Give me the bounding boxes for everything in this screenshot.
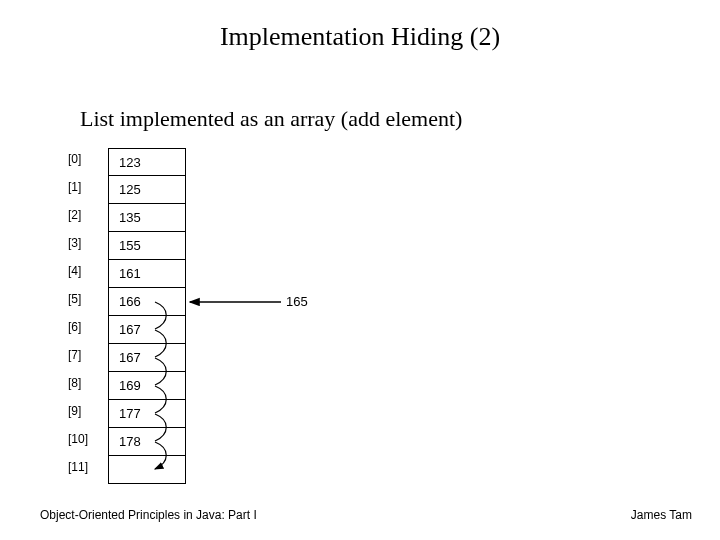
array-cell: 123 xyxy=(108,148,186,176)
array-cell: 178 xyxy=(108,428,186,456)
array-index: [11] xyxy=(68,460,102,474)
array-value: 169 xyxy=(119,378,141,393)
array-index: [7] xyxy=(68,348,102,362)
array-value: 166 xyxy=(119,294,141,309)
array-cell: 177 xyxy=(108,400,186,428)
array-value: 161 xyxy=(119,266,141,281)
array-cell: 167 xyxy=(108,344,186,372)
array-index: [2] xyxy=(68,208,102,222)
array-index: [6] xyxy=(68,320,102,334)
array-index: [1] xyxy=(68,180,102,194)
array-cell: 169 xyxy=(108,372,186,400)
array-cell: 135 xyxy=(108,204,186,232)
array-value: 167 xyxy=(119,350,141,365)
array-value: 155 xyxy=(119,238,141,253)
array-value: 167 xyxy=(119,322,141,337)
array-value: 177 xyxy=(119,406,141,421)
array-value: 135 xyxy=(119,210,141,225)
array-index: [0] xyxy=(68,152,102,166)
array-index: [3] xyxy=(68,236,102,250)
slide-title: Implementation Hiding (2) xyxy=(0,22,720,52)
array-index: [5] xyxy=(68,292,102,306)
array-index: [8] xyxy=(68,376,102,390)
array-value: 178 xyxy=(119,434,141,449)
array-cell: 166 xyxy=(108,288,186,316)
array-index: [4] xyxy=(68,264,102,278)
insert-value-label: 165 xyxy=(286,294,308,309)
array-index: [9] xyxy=(68,404,102,418)
array-cell: 167 xyxy=(108,316,186,344)
array-cell xyxy=(108,456,186,484)
footer-left: Object-Oriented Principles in Java: Part… xyxy=(40,508,257,522)
array-value: 123 xyxy=(119,155,141,170)
array-cell: 155 xyxy=(108,232,186,260)
array-cell: 161 xyxy=(108,260,186,288)
array-index: [10] xyxy=(68,432,102,446)
array-cell: 125 xyxy=(108,176,186,204)
slide-subtitle: List implemented as an array (add elemen… xyxy=(80,106,462,132)
array-value: 125 xyxy=(119,182,141,197)
footer-right: James Tam xyxy=(631,508,692,522)
